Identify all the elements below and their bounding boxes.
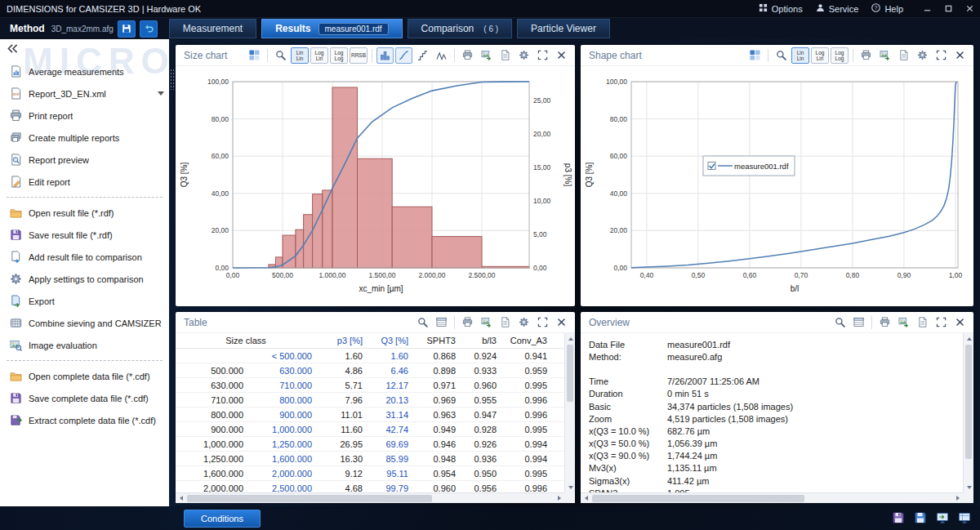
splitter-handle[interactable] — [170, 69, 175, 90]
scroll-thumb[interactable] — [187, 495, 432, 502]
scale-toggle-lin-lin[interactable]: LinLin — [791, 47, 809, 64]
help-menu[interactable]: ? Help — [871, 3, 903, 14]
table-row[interactable]: 1,000.0001,250.00026.9569.690.9460.9260.… — [176, 437, 564, 452]
table-row[interactable]: < 500.0001.601.600.8680.9240.941 — [176, 349, 564, 363]
peaks-icon[interactable] — [433, 47, 450, 64]
method-undo-button[interactable] — [140, 20, 158, 38]
table-horizontal-scrollbar[interactable] — [176, 492, 564, 503]
rows-icon[interactable] — [433, 314, 450, 331]
sidebar-item-export[interactable]: Export — [0, 290, 169, 312]
scroll-up-icon[interactable] — [565, 333, 576, 344]
sidebar-item-report-preview[interactable]: Report preview — [0, 149, 169, 171]
shape-chart-canvas[interactable]: 0,400,500,600,700,800,901,000,0020,0040,… — [581, 66, 973, 306]
close-window-button[interactable] — [959, 0, 980, 18]
method-save-button[interactable] — [118, 20, 136, 38]
print-icon[interactable] — [876, 314, 893, 331]
bars-icon[interactable] — [376, 47, 394, 64]
print-icon[interactable] — [459, 47, 476, 64]
scroll-left-icon[interactable] — [581, 493, 591, 504]
tiles-icon[interactable] — [746, 47, 764, 64]
size-chart-canvas[interactable]: 0,00500,001.000,001.500,002.000,002.500,… — [176, 66, 575, 306]
tab-comparison[interactable]: Comparison ( 6 ) — [408, 19, 512, 38]
tab-results[interactable]: Results measure001.rdf — [261, 19, 402, 38]
scale-toggle-lin-lin[interactable]: LinLin — [291, 47, 309, 64]
table-row[interactable]: 2,000.0002,500.0004.6899.790.9600.9560.9… — [176, 481, 564, 493]
overview-horizontal-scrollbar[interactable] — [581, 492, 963, 503]
export-icon[interactable] — [478, 314, 495, 331]
table-row[interactable]: 1,600.0002,000.0009.1295.110.9540.9500.9… — [176, 466, 564, 481]
scale-toggle-log-lin[interactable]: LogLin — [310, 47, 328, 64]
screen-export-icon[interactable] — [933, 509, 951, 526]
scale-toggle-log-log[interactable]: LogLog — [831, 47, 849, 64]
rows-icon[interactable] — [850, 314, 867, 331]
sidebar-item-image-evaluation[interactable]: Image evaluation — [0, 334, 169, 356]
print-icon[interactable] — [858, 47, 875, 64]
sidebar-item-open-complete-data-file-cdf[interactable]: Open complete data file (*.cdf) — [0, 365, 169, 387]
fullscreen-icon[interactable] — [933, 47, 950, 64]
scroll-thumb[interactable] — [965, 345, 972, 459]
sidebar-item-combine-sieving-and-camsizer-3d[interactable]: Combine sieving and CAMSIZER 3D — [0, 312, 169, 334]
fullscreen-icon[interactable] — [534, 47, 551, 64]
scroll-thumb[interactable] — [567, 345, 573, 402]
fullscreen-icon[interactable] — [933, 314, 950, 331]
scale-toggle-log-lin[interactable]: LogLin — [811, 47, 829, 64]
scroll-thumb[interactable] — [592, 495, 804, 502]
sidebar-item-open-result-file-rdf[interactable]: Open result file (*.rdf) — [0, 202, 169, 224]
gear-icon[interactable] — [515, 314, 532, 331]
print-icon[interactable] — [459, 314, 476, 331]
export-icon[interactable] — [876, 47, 893, 64]
sidebar-item-apply-settings-to-comparison[interactable]: Apply settings to comparison — [0, 268, 169, 290]
scroll-down-icon[interactable] — [565, 482, 576, 492]
zoom-icon[interactable] — [773, 47, 790, 64]
table-vertical-scrollbar[interactable] — [564, 333, 575, 492]
fullscreen-icon[interactable] — [534, 314, 551, 331]
table-row[interactable]: 630.000710.0005.7112.170.9710.9600.995 — [176, 378, 564, 393]
table-row[interactable]: 900.0001,000.00011.6042.740.9490.9280.99… — [176, 422, 564, 437]
scroll-right-icon[interactable] — [554, 493, 564, 504]
gear-icon[interactable] — [515, 47, 532, 64]
column-header[interactable]: b/l3 — [460, 333, 501, 349]
save-data-icon[interactable] — [911, 509, 929, 526]
chevron-down-icon[interactable] — [158, 91, 164, 96]
sidebar-item-edit-report[interactable]: Edit report — [0, 171, 169, 193]
zoom-icon[interactable] — [272, 47, 289, 64]
close-icon[interactable] — [951, 47, 969, 64]
column-header[interactable]: p3 [%] — [316, 333, 367, 349]
curve-icon[interactable] — [395, 47, 412, 64]
sidebar-item-report-3d-en-xml[interactable]: xmlReport_3D_EN.xml — [0, 82, 169, 105]
gear-icon[interactable] — [914, 47, 931, 64]
sidebar-collapse-button[interactable] — [0, 39, 169, 60]
scroll-left-icon[interactable] — [176, 493, 186, 504]
tiles-icon[interactable] — [246, 47, 263, 64]
scroll-up-icon[interactable] — [964, 333, 974, 344]
screen-layout-icon[interactable] — [956, 509, 973, 526]
table-row[interactable]: 800.000900.00011.0131.140.9630.9470.996 — [176, 408, 564, 422]
sidebar-item-extract-complete-data-file-cdf[interactable]: Extract complete data file (*.cdf) — [0, 409, 169, 431]
zoom-icon[interactable] — [831, 314, 849, 331]
table-row[interactable]: 1,250.0001,600.00016.3085.990.9480.9360.… — [176, 452, 564, 466]
table-row[interactable]: 500.000630.0004.866.460.8980.9330.959 — [176, 363, 564, 378]
page-icon[interactable] — [497, 47, 514, 64]
save-result-icon[interactable] — [889, 509, 907, 526]
close-icon[interactable] — [553, 47, 570, 64]
close-icon[interactable] — [951, 314, 969, 331]
maximize-button[interactable] — [938, 0, 959, 18]
scale-toggle-log-log[interactable]: LogLog — [330, 47, 348, 64]
sidebar-item-average-measurements[interactable]: Average measurements — [0, 60, 169, 82]
export-icon[interactable] — [895, 314, 912, 331]
close-icon[interactable] — [553, 314, 570, 331]
column-header[interactable]: SPHT3 — [412, 333, 460, 349]
scroll-down-icon[interactable] — [964, 482, 974, 492]
sidebar-item-create-multiple-reports[interactable]: Create multiple reports — [0, 127, 169, 149]
page-icon[interactable] — [497, 314, 514, 331]
overview-vertical-scrollbar[interactable] — [963, 333, 973, 492]
tab-measurement[interactable]: Measurement — [169, 19, 256, 38]
sidebar-item-add-result-file-to-comparison[interactable]: Add result file to comparison — [0, 246, 169, 268]
sidebar-item-print-report[interactable]: Print report — [0, 105, 169, 127]
zoom-icon[interactable] — [414, 314, 431, 331]
service-menu[interactable]: Service — [816, 3, 859, 14]
export-icon[interactable] — [478, 47, 495, 64]
step-icon[interactable] — [414, 47, 431, 64]
scale-toggle-rrsb[interactable]: RRSB — [350, 47, 368, 64]
sidebar-item-save-result-file-rdf[interactable]: Save result file (*.rdf) — [0, 224, 169, 246]
